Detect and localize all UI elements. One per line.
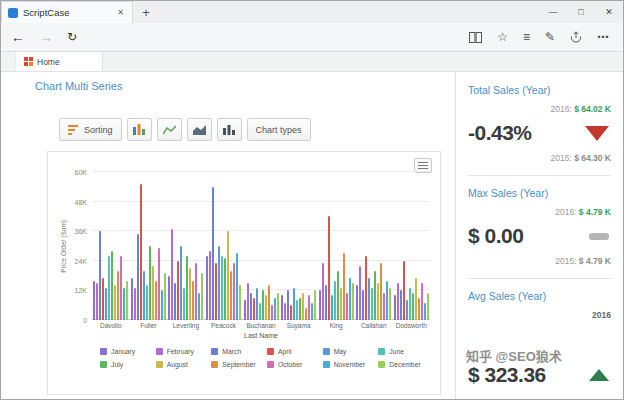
bar-february-king[interactable] (322, 263, 324, 320)
close-button[interactable]: ✕ (595, 1, 623, 23)
bar-april-leverling[interactable] (177, 261, 179, 320)
bar-september-king[interactable] (343, 253, 345, 320)
bar-april-peacock[interactable] (215, 263, 217, 320)
refresh-button[interactable]: ↻ (67, 31, 77, 43)
bar-july-peacock[interactable] (224, 258, 226, 320)
bar-march-leverling[interactable] (174, 283, 176, 320)
bar-july-callahan[interactable] (374, 271, 376, 320)
bar-june-callahan[interactable] (371, 288, 373, 320)
bar-august-davolio[interactable] (114, 285, 116, 320)
bar-january-peacock[interactable] (206, 256, 208, 320)
sorting-button[interactable]: Sorting (59, 118, 122, 141)
bar-june-davolio[interactable] (108, 256, 110, 320)
bar-october-davolio[interactable] (120, 256, 122, 320)
bar-november-king[interactable] (349, 278, 351, 320)
tab-close-icon[interactable]: ✕ (115, 7, 126, 18)
bar-february-leverling[interactable] (171, 229, 173, 320)
bar-june-dodsworth[interactable] (409, 288, 411, 320)
bar-september-fuller[interactable] (155, 281, 157, 320)
legend-item-december[interactable]: December (378, 361, 430, 368)
more-options-icon[interactable]: ⋯ (597, 31, 609, 43)
legend-item-may[interactable]: May (323, 348, 375, 355)
bar-september-leverling[interactable] (192, 281, 194, 320)
forward-button[interactable]: → (39, 30, 53, 44)
browser-tab-scriptcase[interactable]: ScriptCase ✕ (1, 1, 133, 23)
bar-may-callahan[interactable] (368, 278, 370, 320)
bar-december-callahan[interactable] (389, 288, 391, 320)
bar-january-callahan[interactable] (356, 285, 358, 320)
back-button[interactable]: ← (11, 30, 25, 44)
bar-june-peacock[interactable] (221, 256, 223, 320)
bar-june-buchanan[interactable] (259, 303, 261, 320)
bar-march-fuller[interactable] (137, 234, 139, 320)
bar-november-fuller[interactable] (161, 290, 163, 320)
bar-january-davolio[interactable] (93, 281, 95, 320)
bar-december-suyama[interactable] (314, 290, 316, 320)
legend-item-july[interactable]: July (100, 361, 152, 368)
bar-february-fuller[interactable] (134, 288, 136, 320)
bar-august-leverling[interactable] (189, 268, 191, 320)
bar-january-leverling[interactable] (168, 276, 170, 320)
bar-january-buchanan[interactable] (244, 300, 246, 320)
legend-item-february[interactable]: February (156, 348, 208, 355)
bar-october-buchanan[interactable] (271, 305, 273, 320)
bar-march-callahan[interactable] (362, 290, 364, 320)
bar-september-davolio[interactable] (117, 271, 119, 320)
line-chart-icon-button[interactable] (157, 118, 182, 141)
bar-august-king[interactable] (340, 288, 342, 320)
bar-october-fuller[interactable] (158, 248, 160, 320)
bar-july-leverling[interactable] (186, 256, 188, 320)
bar-april-dodsworth[interactable] (403, 261, 405, 320)
share-icon[interactable] (570, 31, 582, 43)
tab-home[interactable]: Home (15, 52, 103, 71)
bar-november-leverling[interactable] (198, 293, 200, 320)
address-bar[interactable] (91, 27, 455, 47)
bar-july-suyama[interactable] (299, 298, 301, 320)
bar-august-fuller[interactable] (152, 266, 154, 320)
bar-june-king[interactable] (334, 281, 336, 320)
bar-may-leverling[interactable] (180, 246, 182, 320)
bar-may-fuller[interactable] (143, 271, 145, 320)
legend-item-november[interactable]: November (323, 361, 375, 368)
reading-view-icon[interactable] (469, 32, 482, 43)
bar-may-suyama[interactable] (293, 288, 295, 320)
chart-types-button[interactable]: Chart types (247, 118, 311, 141)
bar-september-dodsworth[interactable] (418, 298, 420, 320)
bar-june-fuller[interactable] (146, 285, 148, 320)
legend-item-january[interactable]: January (100, 348, 152, 355)
bar-october-suyama[interactable] (308, 295, 310, 320)
bar-march-davolio[interactable] (99, 231, 101, 320)
bar-may-peacock[interactable] (218, 246, 220, 320)
bar-march-buchanan[interactable] (250, 293, 252, 320)
bar-august-dodsworth[interactable] (415, 278, 417, 320)
bar-december-king[interactable] (352, 283, 354, 320)
legend-item-april[interactable]: April (267, 348, 319, 355)
bar-november-buchanan[interactable] (274, 298, 276, 320)
bar-december-buchanan[interactable] (277, 293, 279, 320)
column-chart-icon-button[interactable] (217, 118, 242, 141)
bar-september-peacock[interactable] (230, 271, 232, 320)
bar-november-dodsworth[interactable] (424, 303, 426, 320)
favorites-star-icon[interactable]: ☆ (497, 31, 508, 43)
maximize-button[interactable]: □ (567, 1, 595, 23)
bar-november-callahan[interactable] (386, 281, 388, 320)
bar-august-buchanan[interactable] (265, 295, 267, 320)
bar-november-suyama[interactable] (311, 303, 313, 320)
legend-item-june[interactable]: June (378, 348, 430, 355)
bar-february-callahan[interactable] (359, 266, 361, 320)
bar-november-peacock[interactable] (236, 253, 238, 320)
legend-item-september[interactable]: September (211, 361, 263, 368)
bar-december-peacock[interactable] (239, 285, 241, 320)
area-chart-icon-button[interactable] (187, 118, 212, 141)
bar-april-fuller[interactable] (140, 184, 142, 320)
web-note-icon[interactable]: ✎ (545, 31, 555, 43)
bar-january-fuller[interactable] (131, 278, 133, 320)
bar-april-suyama[interactable] (290, 305, 292, 320)
bar-september-buchanan[interactable] (268, 285, 270, 320)
bar-october-callahan[interactable] (383, 293, 385, 320)
bar-november-davolio[interactable] (123, 288, 125, 320)
bar-october-leverling[interactable] (195, 263, 197, 320)
bar-march-suyama[interactable] (287, 290, 289, 320)
bar-march-peacock[interactable] (212, 187, 214, 320)
bar-january-dodsworth[interactable] (394, 295, 396, 320)
